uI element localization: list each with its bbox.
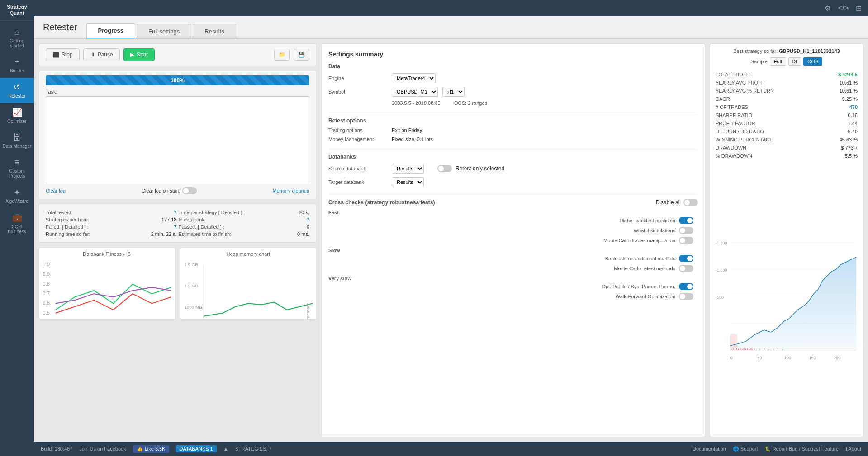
sample-full-button[interactable]: Full [770,57,786,66]
pause-label: Pause [98,52,113,58]
algowizard-icon: ✦ [14,188,20,197]
svg-text:0: 0 [730,356,733,360]
disable-all-toggle[interactable] [683,199,698,206]
source-databank-select[interactable]: Results [392,164,424,174]
sample-is-button[interactable]: IS [788,57,801,66]
sidebar-item-algowizard[interactable]: ✦ AlgoWizard [0,183,34,208]
timeframe-select[interactable]: H1 [442,87,465,97]
source-databank-label: Source databank [328,166,387,171]
target-databank-row: Target databank Results [328,177,698,187]
clear-log-on-start-toggle[interactable] [182,187,197,194]
sample-oos-button[interactable]: OOS [803,57,822,66]
folder-button[interactable]: 📁 [274,49,290,61]
page-area: Retester Progress Full settings Results … [34,16,868,456]
metric-yearly-avg-return-value: 10.61 % [822,87,858,94]
symbol-label: Symbol [328,89,387,94]
fitness-chart-svg: 1.0 0.9 0.8 0.7 0.6 0.5 [43,259,171,320]
start-button[interactable]: ▶ Start [123,48,155,61]
backtests-additional-row: Backtests on additional markets [328,255,698,262]
control-bar: ⬛ Stop ⏸ Pause ▶ Start 📁 [38,43,317,66]
metric-drawdown-value: $ 773.7 [822,144,858,151]
what-if-toggle[interactable] [679,227,693,234]
money-mgmt-row: Money Management Fixed size, 0.1 lots [328,136,698,142]
support-link[interactable]: 🌐 Support [733,446,758,452]
sidebar-item-getting-started[interactable]: ⌂ Getting started [0,23,34,53]
backtests-additional-toggle[interactable] [679,255,693,262]
sidebar-label-sq4-business: SQ 4 Business [2,224,32,234]
middle-panel: Settings summary Data Engine MetaTrader4… [321,43,705,437]
metric-return-dd-value: 5.49 [822,128,858,135]
metric-profit-factor-value: 1.44 [822,120,858,127]
top-bar: ⚙ </> ⊞ [34,0,868,16]
sidebar-item-sq4-business[interactable]: 💼 SQ 4 Business [0,208,34,239]
clear-log-link[interactable]: Clear log [46,188,66,193]
sidebar-item-custom-projects[interactable]: ≡ Custom Projects [0,153,34,183]
svg-text:0.7: 0.7 [43,291,50,296]
backtests-additional-label: Backtests on additional markets [605,256,675,261]
monte-carlo-retest-label: Monte Carlo retest methods [614,266,675,271]
what-if-label: What if simulations [634,228,675,233]
databanks-badge[interactable]: DATABANKS 1 [176,445,217,452]
save-button[interactable]: 💾 [294,49,309,61]
higher-backtest-toggle[interactable] [679,217,693,224]
walk-forward-label: Walk-Forward Optimization [616,294,675,299]
oos-label: OOS: 2 ranges [454,100,487,106]
svg-text:memory: memory [305,303,310,320]
tab-full-settings[interactable]: Full settings [137,24,191,38]
progress-bar-container: 100% [46,75,309,85]
settings-icon[interactable]: ⚙ [823,2,833,14]
symbol-select[interactable]: GBPUSD_M1 [392,87,438,97]
metric-yearly-avg-return: YEARLY AVG % RETURN 10.61 % [716,87,858,94]
sidebar-item-builder[interactable]: + Builder [0,53,34,78]
svg-text:1000 MB: 1000 MB [184,305,202,310]
metric-total-profit: TOTAL PROFIT $ 4244.5 [716,71,858,78]
retest-only-selected-toggle[interactable] [437,165,452,172]
memory-cleanup-link[interactable]: Memory cleanup [273,188,309,193]
running-time-label: Running time so far: [46,231,90,237]
opt-profile-toggle[interactable] [679,283,693,290]
stat-col2: Time per strategy [ Detailed ] : 20 s. I… [179,209,310,238]
code-icon[interactable]: </> [836,2,850,14]
pause-button[interactable]: ⏸ Pause [83,48,120,61]
monte-carlo-trades-toggle[interactable] [679,237,693,244]
svg-rect-45 [778,348,778,349]
documentation-link[interactable]: Documentation [693,446,726,451]
svg-text:100: 100 [784,356,791,360]
sidebar-label-getting-started: Getting started [2,38,32,48]
like-count: Like 3.5K [145,446,166,451]
stop-button[interactable]: ⬛ Stop [46,48,80,61]
about-link[interactable]: ℹ About [845,446,861,452]
higher-backtest-row: Higher backtest precision [328,217,698,224]
progress-bar-fill: 100% [46,75,309,85]
home-icon: ⌂ [14,28,19,37]
target-databank-select[interactable]: Results [392,177,424,187]
metric-pct-drawdown: % DRAWDOWN 5.5 % [716,152,858,160]
svg-rect-26 [731,349,732,350]
sidebar-item-optimizer[interactable]: 📈 Optimizer [0,103,34,128]
failed-label: Failed: [ Detailed ] : [46,224,89,230]
svg-rect-40 [756,349,756,350]
walk-forward-toggle[interactable] [679,293,693,300]
retest-options-section: Retest options Trading options Exit on F… [328,118,698,142]
opt-profile-label: Opt. Profile / Sys. Param. Permu. [602,284,675,289]
metric-yearly-avg-return-label: YEARLY AVG % RETURN [716,87,821,94]
tab-progress[interactable]: Progress [86,23,135,38]
log-area[interactable] [46,96,309,184]
svg-rect-37 [751,348,752,350]
retest-toggle-row: Retest only selected [437,165,504,172]
running-time-value: 2 min. 22 s. [151,231,177,237]
metrics-table: TOTAL PROFIT $ 4244.5 YEARLY AVG PROFIT … [715,70,859,160]
slow-label: Slow [328,248,698,253]
sidebar-item-data-manager[interactable]: 🗄 Data Manager [0,128,34,153]
report-bug-link[interactable]: 🐛 Report Bug / Suggest Feature [765,446,839,452]
grid-icon[interactable]: ⊞ [854,2,863,14]
expand-icon[interactable]: ▲ [223,446,228,451]
tab-results[interactable]: Results [193,24,236,38]
folder-icon: 📁 [279,52,285,58]
sidebar-item-retester[interactable]: ↺ Retester [0,78,34,103]
monte-carlo-retest-toggle[interactable] [679,265,693,272]
builder-icon: + [14,57,19,67]
engine-select[interactable]: MetaTrader4 [392,73,436,83]
main-content: ⚙ </> ⊞ Retester Progress Full settings … [34,0,868,456]
like-button[interactable]: 👍 Like 3.5K [133,445,169,453]
